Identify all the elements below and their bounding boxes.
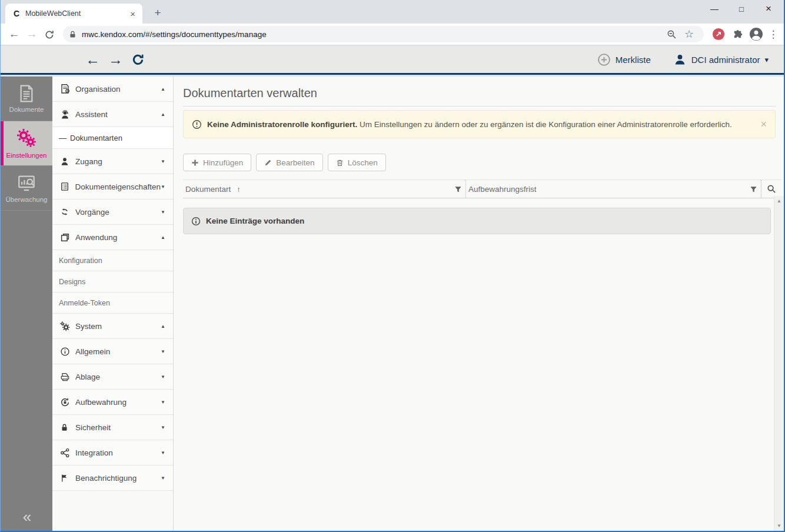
profile-avatar[interactable] (749, 26, 764, 42)
filter-icon[interactable] (454, 185, 465, 193)
app-nav: ← → (85, 52, 145, 67)
delete-button[interactable]: Löschen (328, 154, 386, 171)
rail-item-ueberwachung[interactable]: Überwachung (1, 166, 52, 211)
sidebar-subitem-designs[interactable]: Designs (52, 271, 173, 292)
sidebar-subitem-konfiguration[interactable]: Konfiguration (52, 250, 173, 271)
rail-item-einstellungen[interactable]: Einstellungen (1, 121, 52, 166)
warning-text-bold: Keine Administratorenrolle konfiguriert. (207, 120, 357, 129)
sidebar-subitem-anmelde-token[interactable]: Anmelde-Token (52, 292, 173, 314)
app-body: DokumenteEinstellungenÜberwachung « Orga… (1, 77, 784, 531)
sidebar-item-allgemein[interactable]: Allgemein▼ (52, 339, 173, 364)
sidebar-item-dokumenteigenschaften[interactable]: Dokumenteigenschaften▼ (52, 174, 173, 200)
sidebar-item-sicherheit[interactable]: Sicherheit▼ (52, 415, 173, 440)
plus-icon (191, 159, 199, 167)
sidebar-item-label: Ablage (75, 373, 161, 381)
chevron-down-icon: ▼ (161, 349, 167, 354)
browser-forward-icon[interactable]: → (23, 28, 41, 41)
nav-rail: DokumenteEinstellungenÜberwachung « (1, 77, 52, 531)
collapse-sidebar-button[interactable]: « (1, 508, 52, 526)
flag-icon (60, 474, 75, 483)
app-forward-icon[interactable]: → (108, 52, 123, 67)
browser-tab[interactable]: C MobileWebClient × (5, 4, 142, 24)
app-reload-icon[interactable] (131, 53, 145, 66)
sidebar-item-label: Anwendung (75, 233, 161, 242)
maximize-icon[interactable]: □ (736, 5, 747, 14)
action-button-label: Löschen (348, 158, 378, 167)
browser-menu-icon[interactable]: ⋮ (767, 28, 779, 41)
browser-back-icon[interactable]: ← (5, 28, 23, 41)
sidebar-item-assistent[interactable]: Assistent▲ (52, 102, 173, 127)
sidebar-subitem-label: Anmelde-Token (59, 299, 110, 307)
sidebar-item-label: Vorgänge (75, 208, 161, 217)
page-title: Dokumentarten verwalten (174, 77, 784, 106)
chevron-down-icon: ▼ (161, 450, 167, 455)
close-icon[interactable]: × (763, 3, 774, 15)
scroll-down-icon[interactable]: ▼ (774, 523, 784, 528)
chevron-down-icon: ▼ (161, 400, 167, 405)
sidebar-item-label: System (75, 322, 161, 331)
sidebar-item-zugang[interactable]: Zugang▼ (52, 149, 173, 174)
monitoring-icon (16, 173, 36, 193)
chevron-down-icon: ▼ (161, 425, 167, 430)
empty-state-text: Keine Einträge vorhanden (206, 217, 304, 225)
extensions-puzzle-icon[interactable] (730, 26, 745, 42)
sidebar-item-organisation[interactable]: Organisation▲ (52, 77, 173, 102)
chevron-up-icon: ▲ (161, 87, 167, 92)
edit-button[interactable]: Bearbeiten (256, 154, 322, 171)
sidebar-item-anwendung[interactable]: Anwendung▲ (52, 225, 173, 250)
minimize-icon[interactable]: — (709, 4, 720, 14)
sidebar-item-integration[interactable]: Integration▼ (52, 440, 173, 466)
warning-icon (192, 119, 202, 129)
user-label: DCI administrator (691, 55, 760, 65)
table-search-icon[interactable] (761, 184, 781, 194)
sidebar-item-label: Allgemein (75, 347, 161, 356)
user-menu[interactable]: DCI administrator ▾ (673, 53, 769, 66)
sidebar-item-system[interactable]: System▲ (52, 314, 173, 339)
sidebar-item-label: Assistent (75, 110, 161, 119)
extensions-area: ⋮ (711, 26, 784, 42)
filter-icon[interactable] (750, 185, 761, 193)
filing-icon (60, 372, 75, 382)
zoom-icon[interactable] (663, 29, 680, 39)
banner-close-icon[interactable]: × (753, 118, 767, 131)
extension-red-icon[interactable] (711, 26, 726, 42)
column-header-aufbewahrungsfrist[interactable]: Aufbewahrungsfrist (466, 180, 761, 198)
url-bar[interactable]: mwc.kendox.com/#/settings/documenttypes/… (63, 26, 704, 42)
organisation-icon (60, 84, 75, 94)
vertical-scrollbar[interactable]: ▲ ▼ (774, 196, 784, 531)
bookmark-star-icon[interactable]: ☆ (680, 28, 698, 41)
new-tab-button[interactable]: + (150, 6, 165, 21)
tab-close-icon[interactable]: × (128, 9, 138, 19)
table-header: Dokumentart ↑ Aufbewahrungsfrist (183, 179, 781, 198)
sidebar-item-vorg-nge[interactable]: Vorgänge▼ (52, 200, 173, 225)
action-button-label: Bearbeiten (276, 158, 314, 167)
scroll-up-icon[interactable]: ▲ (774, 198, 784, 204)
warning-text: Keine Administratorenrolle konfiguriert.… (207, 120, 753, 129)
url-text[interactable]: mwc.kendox.com/#/settings/documenttypes/… (82, 30, 663, 39)
sidebar-item-label: Integration (75, 448, 161, 457)
app-back-icon[interactable]: ← (85, 52, 100, 67)
assistant-icon (60, 109, 75, 119)
info-icon (60, 347, 75, 357)
chevron-up-icon: ▲ (161, 112, 167, 117)
system-icon (60, 321, 75, 331)
rail-item-dokumente[interactable]: Dokumente (1, 77, 52, 121)
sidebar-item-aufbewahrung[interactable]: Aufbewahrung▼ (52, 390, 173, 415)
retention-icon (60, 397, 75, 407)
merkliste-button[interactable]: Merkliste (597, 53, 651, 66)
chevron-up-icon: ▲ (161, 235, 167, 240)
sidebar-item-label: Sicherheit (75, 423, 161, 432)
sidebar-item-benachrichtigung[interactable]: Benachrichtigung▼ (52, 466, 173, 491)
tab-strip: C MobileWebClient × + — □ × (1, 0, 784, 24)
window-controls: — □ × (709, 0, 780, 18)
action-button-label: Hinzufügen (203, 158, 243, 167)
add-button[interactable]: Hinzufügen (183, 154, 251, 171)
browser-reload-icon[interactable] (41, 28, 58, 41)
browser-toolbar: ← → mwc.kendox.com/#/settings/documentty… (1, 24, 784, 45)
column-header-dokumentart[interactable]: Dokumentart ↑ (183, 180, 465, 198)
sidebar-item-ablage[interactable]: Ablage▼ (52, 364, 173, 390)
chevron-down-icon: ▼ (161, 184, 167, 189)
empty-state-row: Keine Einträge vorhanden (183, 208, 771, 234)
sidebar-subitem-dokumentarten[interactable]: —Dokumentarten (52, 127, 173, 149)
sidebar-item-label: Organisation (75, 85, 161, 94)
